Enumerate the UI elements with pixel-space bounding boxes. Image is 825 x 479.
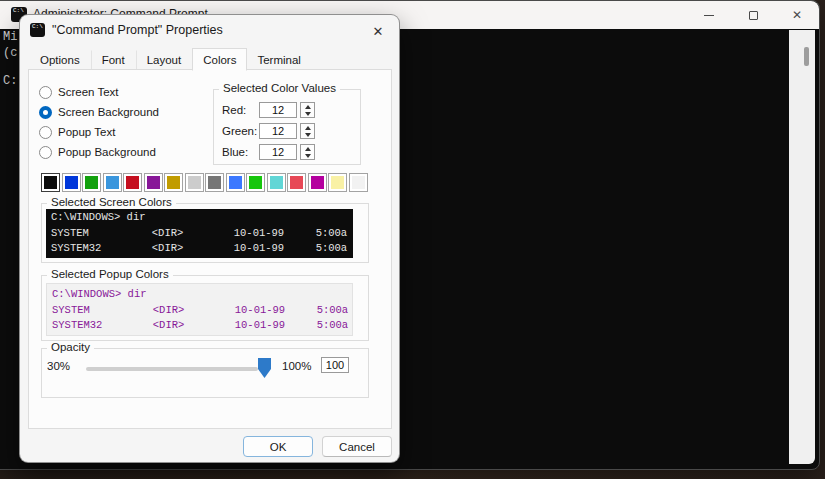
blue-spinner — [300, 144, 315, 160]
ok-button[interactable]: OK — [243, 436, 313, 457]
tab-strip: Options Font Layout Colors Terminal — [29, 49, 312, 70]
palette-swatch-10[interactable] — [246, 173, 265, 192]
group-legend: Opacity — [47, 341, 94, 353]
palette-swatch-13[interactable] — [308, 173, 327, 192]
red-spinner — [300, 102, 315, 118]
swatch-color — [44, 176, 57, 189]
preview-line: C:\WINDOWS> dir — [52, 287, 347, 303]
tab-terminal[interactable]: Terminal — [247, 50, 311, 70]
radio-icon — [39, 146, 52, 159]
arrow-down-icon — [305, 154, 311, 158]
tab-colors[interactable]: Colors — [192, 48, 247, 71]
blue-channel-row: Blue: 12 — [214, 144, 360, 160]
radio-label: Popup Background — [58, 146, 156, 158]
close-icon: ✕ — [792, 9, 802, 21]
properties-dialog: C:\ "Command Prompt" Properties ✕ Option… — [20, 15, 399, 462]
group-legend: Selected Color Values — [219, 82, 340, 94]
arrow-up-icon — [305, 105, 311, 109]
tab-layout[interactable]: Layout — [136, 50, 193, 70]
dialog-title: "Command Prompt" Properties — [52, 23, 223, 37]
maximize-icon — [749, 11, 758, 20]
blue-input[interactable]: 12 — [259, 144, 297, 160]
selected-screen-colors-group: Selected Screen Colors C:\WINDOWS> dir S… — [41, 203, 369, 263]
swatch-color — [85, 176, 98, 189]
preview-line: SYSTEM <DIR> 10-01-99 5:00a — [51, 226, 348, 242]
opacity-max-label: 100% — [282, 360, 311, 372]
close-button[interactable]: ✕ — [775, 1, 819, 29]
swatch-color — [208, 176, 221, 189]
palette-swatch-1[interactable] — [62, 173, 81, 192]
spin-up-button[interactable] — [301, 145, 314, 152]
palette-swatch-9[interactable] — [226, 173, 245, 192]
maximize-button[interactable] — [731, 1, 775, 29]
red-input[interactable]: 12 — [259, 102, 297, 118]
palette-swatch-5[interactable] — [144, 173, 163, 192]
color-palette — [41, 173, 368, 192]
colors-tab-page: Screen Text Screen Background Popup Text… — [28, 69, 392, 429]
palette-swatch-11[interactable] — [267, 173, 286, 192]
palette-swatch-2[interactable] — [82, 173, 101, 192]
dialog-close-button[interactable]: ✕ — [367, 21, 389, 41]
cancel-button[interactable]: Cancel — [322, 436, 392, 457]
radio-checked-icon — [39, 106, 52, 119]
console-output-line: Mi — [3, 30, 17, 44]
palette-swatch-4[interactable] — [123, 173, 142, 192]
spin-down-button[interactable] — [301, 152, 314, 159]
screen-colors-preview: C:\WINDOWS> dir SYSTEM <DIR> 10-01-99 5:… — [46, 209, 353, 258]
radio-label: Popup Text — [58, 126, 115, 138]
palette-swatch-6[interactable] — [164, 173, 183, 192]
minimize-icon — [704, 15, 714, 16]
swatch-color — [106, 176, 119, 189]
palette-swatch-8[interactable] — [205, 173, 224, 192]
swatch-color — [65, 176, 78, 189]
spin-up-button[interactable] — [301, 103, 314, 110]
console-scrollbar[interactable] — [789, 30, 815, 464]
radio-label: Screen Background — [58, 106, 159, 118]
preview-line: SYSTEM <DIR> 10-01-99 5:00a — [52, 303, 347, 319]
spin-up-button[interactable] — [301, 124, 314, 131]
dialog-titlebar[interactable]: C:\ "Command Prompt" Properties ✕ — [20, 15, 399, 45]
close-icon: ✕ — [373, 24, 384, 39]
selected-popup-colors-group: Selected Popup Colors C:\WINDOWS> dir SY… — [41, 275, 369, 341]
radio-screen-background[interactable]: Screen Background — [39, 102, 159, 122]
preview-line: SYSTEM32 <DIR> 10-01-99 5:00a — [51, 241, 348, 257]
arrow-down-icon — [305, 112, 311, 116]
opacity-slider-track[interactable] — [86, 367, 258, 371]
radio-screen-text[interactable]: Screen Text — [39, 82, 159, 102]
opacity-value-input[interactable]: 100 — [321, 357, 349, 373]
opacity-slider-thumb[interactable] — [258, 358, 271, 378]
spin-down-button[interactable] — [301, 131, 314, 138]
palette-swatch-14[interactable] — [328, 173, 347, 192]
radio-popup-background[interactable]: Popup Background — [39, 142, 159, 162]
console-output-line: C: — [3, 74, 17, 88]
swatch-color — [270, 176, 283, 189]
swatch-color — [331, 176, 344, 189]
palette-swatch-0[interactable] — [41, 173, 60, 192]
scrollbar-thumb[interactable] — [804, 47, 809, 66]
opacity-min-label: 30% — [47, 360, 70, 372]
minimize-button[interactable] — [687, 1, 731, 29]
arrow-up-icon — [305, 126, 311, 130]
swatch-color — [249, 176, 262, 189]
radio-icon — [39, 126, 52, 139]
opacity-group: Opacity 30% 100% 100 — [41, 348, 369, 398]
preview-line: C:\WINDOWS> dir — [51, 210, 348, 226]
console-output-line: (c — [3, 46, 17, 60]
color-target-radio-group: Screen Text Screen Background Popup Text… — [39, 82, 159, 162]
green-spinner — [300, 123, 315, 139]
popup-colors-preview: C:\WINDOWS> dir SYSTEM <DIR> 10-01-99 5:… — [46, 283, 353, 336]
swatch-color — [229, 176, 242, 189]
palette-swatch-15[interactable] — [349, 173, 368, 192]
radio-popup-text[interactable]: Popup Text — [39, 122, 159, 142]
tab-options[interactable]: Options — [29, 50, 91, 70]
green-input[interactable]: 12 — [259, 123, 297, 139]
palette-swatch-7[interactable] — [185, 173, 204, 192]
tab-font[interactable]: Font — [91, 50, 136, 70]
swatch-color — [167, 176, 180, 189]
spin-down-button[interactable] — [301, 110, 314, 117]
swatch-color — [147, 176, 160, 189]
swatch-color — [352, 176, 365, 189]
palette-swatch-12[interactable] — [287, 173, 306, 192]
preview-line: SYSTEM32 <DIR> 10-01-99 5:00a — [52, 318, 347, 334]
palette-swatch-3[interactable] — [103, 173, 122, 192]
